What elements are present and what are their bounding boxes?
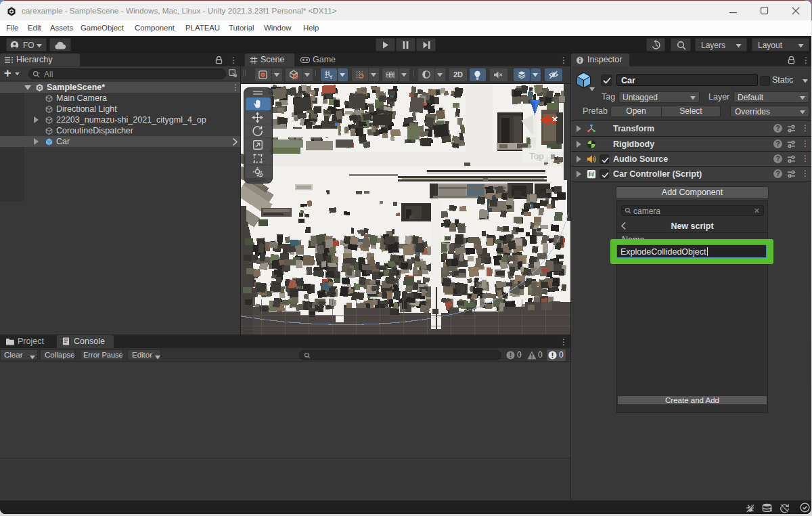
- svg-text:Top: Top: [529, 151, 544, 161]
